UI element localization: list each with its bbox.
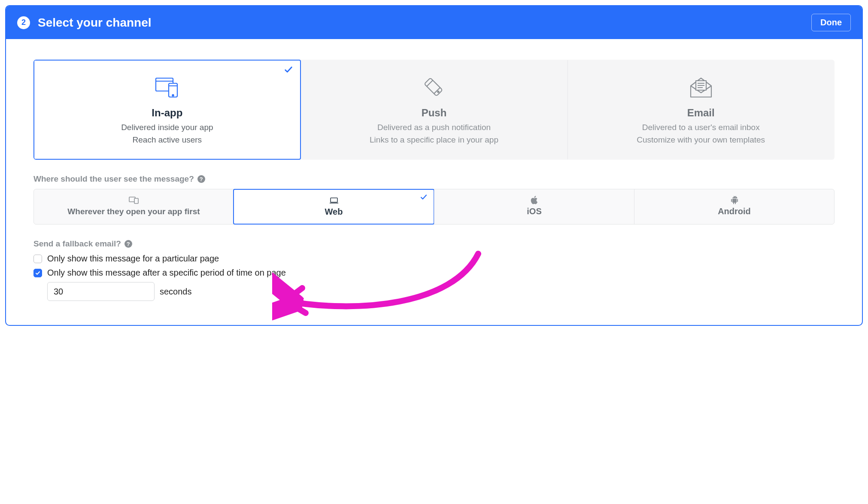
check-icon xyxy=(420,193,428,203)
channel-title: Push xyxy=(310,107,558,119)
option-label: Only show this message after a specific … xyxy=(47,268,286,278)
channel-desc-line2: Customize with your own templates xyxy=(577,134,825,146)
channel-step-panel: 2 Select your channel Done xyxy=(5,5,863,326)
header-left: 2 Select your channel xyxy=(17,16,152,30)
seconds-input[interactable] xyxy=(47,282,155,301)
platform-tab-web[interactable]: Web xyxy=(233,189,434,225)
checkbox-unchecked-icon xyxy=(33,255,42,263)
email-icon xyxy=(577,75,825,100)
android-icon xyxy=(639,195,830,205)
push-icon xyxy=(310,75,558,100)
platform-tabs: Wherever they open your app first Web iO… xyxy=(33,189,835,225)
option-label: Only show this message for a particular … xyxy=(47,254,219,264)
laptop-icon xyxy=(238,196,429,205)
tab-label: Android xyxy=(639,206,830,216)
channel-desc-line1: Delivered as a push notification xyxy=(310,121,558,134)
tab-label: Wherever they open your app first xyxy=(38,206,229,217)
help-icon[interactable]: ? xyxy=(197,175,205,183)
svg-point-4 xyxy=(173,94,174,96)
devices-icon xyxy=(38,195,229,205)
platform-tab-wherever[interactable]: Wherever they open your app first xyxy=(34,189,234,224)
channel-desc-line2: Links to a specific place in your app xyxy=(310,134,558,146)
checkbox-checked-icon xyxy=(33,269,42,277)
option-particular-page[interactable]: Only show this message for a particular … xyxy=(33,254,835,264)
panel-title: Select your channel xyxy=(38,16,152,30)
channel-title: In-app xyxy=(43,107,291,119)
tab-label: iOS xyxy=(439,206,630,216)
check-icon xyxy=(284,65,293,77)
platform-tab-ios[interactable]: iOS xyxy=(434,189,634,224)
channel-card-in-app[interactable]: In-app Delivered inside your app Reach a… xyxy=(33,60,301,160)
done-button[interactable]: Done xyxy=(811,14,851,31)
location-label-text: Where should the user see the message? xyxy=(33,174,194,184)
svg-rect-15 xyxy=(331,198,337,202)
svg-point-8 xyxy=(437,91,440,93)
platform-tab-android[interactable]: Android xyxy=(634,189,834,224)
option-time-on-page[interactable]: Only show this message after a specific … xyxy=(33,268,835,278)
step-number-badge: 2 xyxy=(17,16,30,29)
seconds-unit-label: seconds xyxy=(160,287,192,297)
channel-desc-line1: Delivered to a user's email inbox xyxy=(577,121,825,134)
channel-desc-line2: Reach active users xyxy=(43,134,291,146)
channel-card-push[interactable]: Push Delivered as a push notification Li… xyxy=(301,60,568,160)
panel-body: In-app Delivered inside your app Reach a… xyxy=(6,39,862,325)
fallback-question: Send a fallback email? ? xyxy=(33,239,835,249)
channel-card-email[interactable]: Email Delivered to a user's email inbox … xyxy=(568,60,835,160)
help-icon[interactable]: ? xyxy=(124,240,132,248)
panel-header: 2 Select your channel Done xyxy=(6,6,862,39)
fallback-label-text: Send a fallback email? xyxy=(33,239,121,249)
time-on-page-row: seconds xyxy=(47,282,835,301)
tab-label: Web xyxy=(238,207,429,217)
svg-rect-14 xyxy=(134,198,138,203)
location-question: Where should the user see the message? ? xyxy=(33,174,835,184)
svg-rect-5 xyxy=(424,78,442,96)
apple-icon xyxy=(439,195,630,205)
channel-desc-line1: Delivered inside your app xyxy=(43,121,291,134)
channel-title: Email xyxy=(577,107,825,119)
channel-cards: In-app Delivered inside your app Reach a… xyxy=(33,60,835,160)
in-app-icon xyxy=(43,75,291,100)
